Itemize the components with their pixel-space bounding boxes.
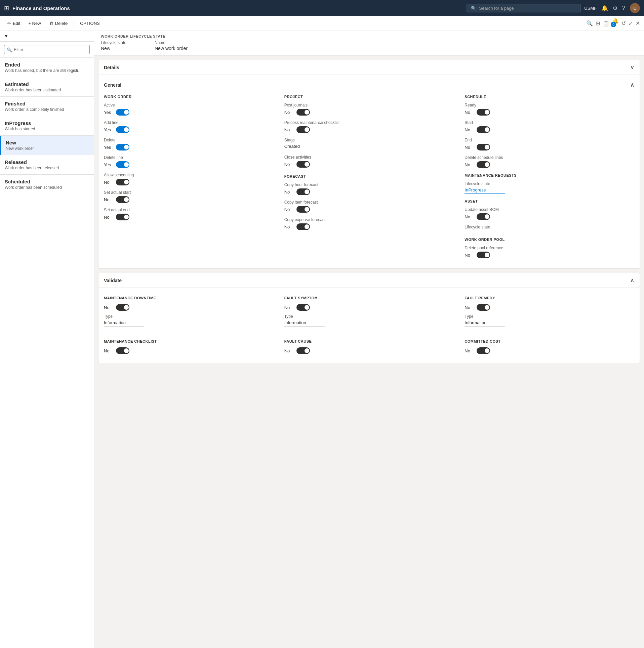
search-bar[interactable]: 🔍 Search for a page — [467, 4, 581, 12]
details-section: Details ∨ General ∧ WORK ORDER Active — [98, 60, 640, 269]
committed-cost-toggle-row: No — [465, 347, 634, 354]
close-activities-toggle-row: No — [284, 161, 454, 168]
ready-toggle[interactable] — [477, 109, 490, 116]
maintenance-checklist-col: MAINTENANCE CHECKLIST No — [104, 337, 274, 357]
sidebar-item-finished[interactable]: Finished Work order is completely finish… — [0, 97, 94, 116]
validate-chevron: ∧ — [630, 277, 634, 284]
allow-scheduling-toggle-row: No — [104, 179, 274, 185]
mr-lifecycle-value[interactable]: InProgress — [465, 187, 505, 194]
sidebar-item-estimated[interactable]: Estimated Work order has been estimated — [0, 77, 94, 97]
funnel-icon[interactable]: ▼ — [4, 34, 8, 39]
maintenance-checklist-toggle-row: No — [104, 347, 274, 354]
details-body: General ∧ WORK ORDER Active Yes — [98, 75, 640, 268]
committed-cost-title: COMMITTED COST — [465, 339, 634, 343]
close-activities-field: Close activities No — [284, 155, 454, 168]
delete-button[interactable]: 🗑 Delete — [46, 19, 71, 28]
copy-item-field: Copy item forecast No — [284, 200, 454, 213]
help-icon[interactable]: ? — [622, 5, 625, 11]
settings-icon[interactable]: ⚙ — [613, 5, 617, 11]
delete-pool-ref-toggle-row: No — [465, 252, 634, 258]
edit-button[interactable]: ✏ Edit — [4, 19, 24, 28]
nav-icons: USMF 🔔 ⚙ ? U — [584, 3, 640, 13]
open-icon[interactable]: 📋 — [603, 20, 609, 27]
toolbar-search-icon[interactable]: 🔍 — [586, 20, 593, 27]
validate-body: MAINTENANCE DOWNTIME No Type Information… — [98, 288, 640, 363]
fault-symptom-col: FAULT SYMPTOM No Type Information — [284, 293, 454, 331]
delete-schedule-toggle[interactable] — [477, 161, 490, 168]
maximize-icon[interactable]: ⤢ — [629, 20, 633, 27]
fault-remedy-toggle[interactable] — [477, 304, 490, 311]
options-button[interactable]: OPTIONS — [77, 19, 103, 28]
refresh-icon[interactable]: ↺ — [621, 20, 626, 27]
allow-scheduling-toggle[interactable] — [116, 179, 129, 185]
name-value: New work order — [155, 46, 195, 52]
active-toggle[interactable] — [116, 109, 129, 116]
maintenance-downtime-title: MAINTENANCE DOWNTIME — [104, 296, 274, 300]
post-journals-toggle[interactable] — [296, 109, 310, 116]
bell-icon[interactable]: 🔔 — [601, 5, 608, 11]
delete-line-field: Delete line Yes — [104, 155, 274, 168]
delete-schedule-field: Delete schedule lines No — [465, 155, 634, 168]
app-title: Finance and Operations — [12, 5, 463, 11]
fault-cause-toggle[interactable] — [296, 347, 310, 354]
fault-symptom-toggle[interactable] — [296, 304, 310, 311]
sidebar-item-new[interactable]: New New work order — [0, 136, 94, 155]
copy-expense-toggle[interactable] — [296, 223, 310, 230]
personalize-icon[interactable]: ⊞ — [596, 20, 600, 27]
sidebar-item-released[interactable]: Released Work order has been released — [0, 155, 94, 175]
lifecycle-state-value: New — [101, 46, 141, 52]
delete-line-toggle[interactable] — [116, 161, 129, 168]
delete-pool-ref-field: Delete pool reference No — [465, 246, 634, 258]
update-asset-bom-field: Update asset BOM No — [465, 207, 634, 220]
general-subheader: General ∧ — [104, 80, 634, 92]
sidebar-item-scheduled[interactable]: Scheduled Work order has been scheduled — [0, 175, 94, 194]
copy-hour-toggle[interactable] — [296, 188, 310, 195]
delete-toggle[interactable] — [116, 144, 129, 150]
filter-input[interactable] — [4, 45, 90, 54]
delete-field: Delete Yes — [104, 138, 274, 150]
post-journals-toggle-row: No — [284, 109, 454, 116]
schedule-col: SCHEDULE Ready No Start No — [465, 92, 634, 263]
details-header[interactable]: Details ∨ — [98, 60, 640, 75]
add-line-toggle[interactable] — [116, 126, 129, 133]
toolbar: ✏ Edit + New 🗑 Delete OPTIONS 🔍 ⊞ 📋 🔔0 ↺… — [0, 16, 644, 31]
fault-cause-col: FAULT CAUSE No — [284, 337, 454, 357]
delete-pool-ref-toggle[interactable] — [477, 252, 490, 258]
delete-icon: 🗑 — [49, 21, 53, 26]
asset-lifecycle-value — [465, 231, 634, 232]
validate-header[interactable]: Validate ∧ — [98, 273, 640, 288]
process-maintenance-toggle-row: No — [284, 126, 454, 133]
update-asset-bom-toggle[interactable] — [477, 213, 490, 220]
validate-grid-2: MAINTENANCE CHECKLIST No FAULT CAUSE No — [104, 337, 634, 357]
close-activities-toggle[interactable] — [296, 161, 310, 168]
sidebar-item-ended[interactable]: Ended Work has ended, but there are stil… — [0, 58, 94, 77]
general-chevron: ∧ — [630, 82, 634, 88]
maintenance-checklist-toggle[interactable] — [116, 347, 129, 354]
start-field: Start No — [465, 120, 634, 133]
notification-badge: 0 — [611, 22, 616, 27]
start-toggle[interactable] — [477, 126, 490, 133]
copy-item-toggle[interactable] — [296, 206, 310, 213]
committed-cost-toggle[interactable] — [477, 347, 490, 354]
fault-remedy-col: FAULT REMEDY No Type Information — [465, 293, 634, 331]
notification-icon[interactable]: 🔔0 — [612, 17, 619, 29]
add-line-toggle-row: Yes — [104, 126, 274, 133]
set-actual-end-toggle[interactable] — [116, 214, 129, 220]
breadcrumb-label: WORK ORDER LIFECYCLE STATE — [101, 34, 637, 38]
sidebar-item-inprogress[interactable]: InProgress Work has started — [0, 116, 94, 136]
grid-icon[interactable]: ⊞ — [4, 4, 9, 12]
stage-field: Stage Created — [284, 138, 454, 150]
end-toggle[interactable] — [477, 144, 490, 150]
sidebar: ▼ 🔍 Ended Work has ended, but there are … — [0, 31, 94, 648]
user-company: USMF — [584, 6, 597, 11]
ready-field: Ready No — [465, 103, 634, 116]
close-icon[interactable]: ✕ — [636, 20, 640, 27]
set-actual-start-toggle[interactable] — [116, 196, 129, 203]
fault-remedy-toggle-row: No — [465, 304, 634, 311]
process-maintenance-toggle[interactable] — [296, 126, 310, 133]
new-button[interactable]: + New — [25, 19, 44, 28]
update-asset-bom-toggle-row: No — [465, 213, 634, 220]
avatar[interactable]: U — [630, 3, 640, 13]
maintenance-downtime-toggle[interactable] — [116, 304, 129, 311]
add-line-field: Add line Yes — [104, 120, 274, 133]
